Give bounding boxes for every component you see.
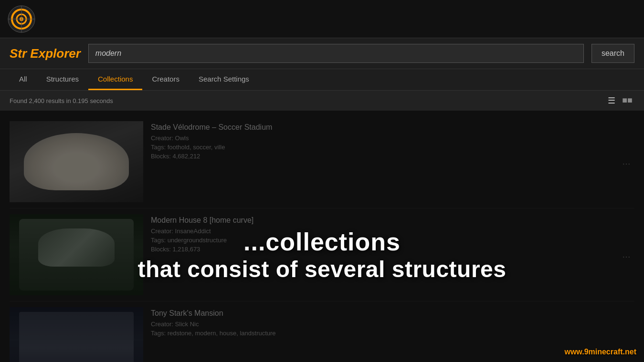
result-info-2: Modern House 8 [home curve] Creator: Ins…: [151, 214, 611, 253]
result-info-1: Stade Vélodrome – Soccer Stadium Creator…: [151, 121, 611, 160]
result-creator-2: Creator: InsaneAddict: [151, 228, 611, 235]
result-blocks-1: Blocks: 4,682,212: [151, 153, 611, 160]
thumbnail-house-shape: [19, 219, 134, 290]
search-input[interactable]: [88, 44, 584, 63]
results-bar: Found 2,400 results in 0.195 seconds ☰ ■…: [0, 91, 644, 111]
nav-tabs: All Structures Collections Creators Sear…: [0, 69, 644, 91]
view-toggles: ☰ ■■: [606, 94, 634, 107]
thumbnail-mansion[interactable]: [10, 307, 143, 362]
result-item: Stade Vélodrome – Soccer Stadium Creator…: [10, 115, 634, 208]
tab-search-settings[interactable]: Search Settings: [189, 69, 259, 90]
result-info-3: Tony Stark's Mansion Creator: Slick Nic …: [151, 307, 634, 339]
search-button[interactable]: search: [591, 44, 634, 63]
item-menu-2[interactable]: …: [618, 248, 634, 262]
app-title: Str Explorer: [10, 46, 81, 61]
results-summary: Found 2,400 results in 0.195 seconds: [10, 97, 113, 104]
watermark: www.9minecraft.net: [564, 348, 636, 356]
app-logo: [8, 5, 35, 33]
result-creator-3: Creator: Slick Nic: [151, 321, 634, 328]
list-view-toggle[interactable]: ☰: [606, 94, 617, 107]
content-area: ...collections that consist of several s…: [0, 111, 644, 362]
result-title-3: Tony Stark's Mansion: [151, 309, 634, 318]
result-item: Tony Stark's Mansion Creator: Slick Nic …: [10, 301, 634, 362]
tab-structures[interactable]: Structures: [37, 69, 88, 90]
item-menu-1[interactable]: …: [618, 155, 634, 169]
result-blocks-2: Blocks: 1,218,673: [151, 246, 611, 253]
result-tags-1: Tags: foothold, soccer, ville: [151, 144, 611, 151]
logo-container: [5, 2, 38, 36]
tab-collections[interactable]: Collections: [88, 69, 142, 90]
thumbnail-stadium-shape: [24, 133, 129, 190]
result-tags-3: Tags: redstone, modern, house, landstruc…: [151, 330, 634, 337]
tab-creators[interactable]: Creators: [142, 69, 189, 90]
header: Str Explorer search: [0, 38, 644, 69]
tab-all[interactable]: All: [10, 69, 37, 90]
result-title-1: Stade Vélodrome – Soccer Stadium: [151, 123, 611, 132]
result-tags-2: Tags: undergroundstructure: [151, 237, 611, 244]
result-title-2: Modern House 8 [home curve]: [151, 216, 611, 225]
grid-view-toggle[interactable]: ■■: [620, 94, 634, 107]
top-bar: [0, 0, 644, 38]
result-creator-1: Creator: Owls: [151, 134, 611, 142]
thumbnail-stadium[interactable]: [10, 121, 143, 202]
result-item: Modern House 8 [home curve] Creator: Ins…: [10, 208, 634, 301]
thumbnail-mansion-shape: [19, 312, 134, 362]
thumbnail-house[interactable]: [10, 214, 143, 295]
